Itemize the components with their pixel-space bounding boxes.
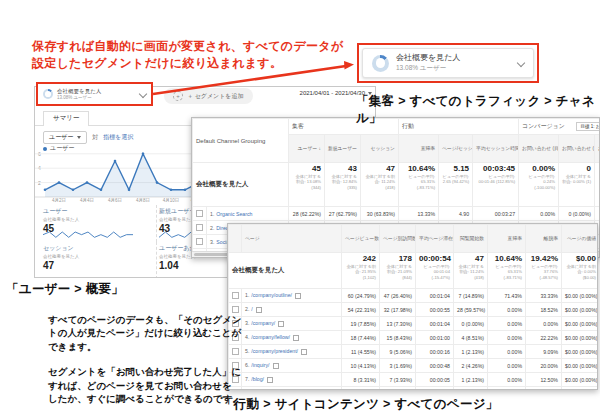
metric-cell: 00:00:48 <box>416 359 454 373</box>
summary-value-cell: 43全体に対する割合: 12.84% (335) <box>325 163 361 207</box>
column-header[interactable]: 離脱率 <box>526 225 562 253</box>
segment-chip-highlight[interactable]: 会社概要を見た人 13.08% ユーザー <box>36 82 153 106</box>
summary-segment-name: 会社概要を見た人 <box>193 163 289 207</box>
add-segment-button[interactable]: + ＋ セグメントを追加 <box>164 88 253 104</box>
date-range-selector[interactable]: 2021/04/01 - 2021/04/30 <box>252 90 372 96</box>
page-link[interactable]: /company/ <box>251 320 275 326</box>
metric-card: ユーザー会社概要を見た人45 <box>41 205 157 242</box>
metric-cell: $0.00 (0.00%) <box>562 387 599 391</box>
summary-value-cell: 242全体に対する割合: 21.95% (1,102) <box>342 253 380 289</box>
metric-cell: 00:03:27 <box>473 207 519 221</box>
column-header[interactable]: 新規ユーザー <box>325 135 361 163</box>
dimension-header[interactable]: ページ <box>242 225 342 253</box>
row-number: 1. <box>210 211 214 217</box>
note-paragraph-1: すべてのページのデータも、「そのセグメン トの人が見たページ」だけに絞り込むこと… <box>48 313 248 353</box>
summary-sub-value: 全体に対する割合: 0.00% (1) <box>562 174 591 185</box>
summary-sub-value: ビューの平均: 65.31% (-83.71%) <box>402 174 435 190</box>
column-header[interactable]: セッション <box>361 135 399 163</box>
metric-cell: 12.50% <box>526 373 562 387</box>
metric-cell: 0.00% <box>488 303 526 317</box>
metric-cell: 00:01:04 <box>416 317 454 331</box>
summary-sub-value: 全体に対する割合: 13.08% (344) <box>292 174 321 190</box>
segment-donut-icon <box>372 55 389 72</box>
metric-cell: 0 (0.00%) <box>559 207 595 221</box>
column-header[interactable]: ページの価値 <box>562 225 599 253</box>
metric-dropdown[interactable]: ユーザー <box>43 131 87 144</box>
metric-card-label[interactable]: セッション <box>43 244 150 253</box>
metric-cell: 9 (5.06%) <box>380 345 416 359</box>
select-metric-link[interactable]: 指標を選択 <box>103 133 133 142</box>
summary-sub-value: ビューの平均: 00:01:04 (-15.47%) <box>419 264 450 280</box>
segment-card[interactable]: 会社概要を見た人 13.08% ユーザー <box>362 48 534 78</box>
table-row: 1.Organic Search28 (62.22%)27 (62.79%)30… <box>193 207 600 221</box>
summary-sub-value: 全体に対する割合: 11.24% (418) <box>457 264 484 280</box>
metric-cell: 0 (0.00%) <box>454 317 488 331</box>
vs-label: 対 <box>92 133 98 142</box>
column-header[interactable]: ページビュー数 ↓ <box>342 225 380 253</box>
column-header[interactable]: 直帰率 <box>488 225 526 253</box>
row-checkbox[interactable] <box>196 238 203 245</box>
metric-cell: 47 (26.40%) <box>380 289 416 303</box>
column-header[interactable]: お問い合わせ (目標 1 のコンバージョン率) <box>519 135 559 163</box>
row-checkbox[interactable] <box>196 224 203 231</box>
table-row: 3./company/19 (7.85%)13 (7.30%)00:01:040… <box>229 317 599 331</box>
segment-card-highlight: 会社概要を見た人 13.08% ユーザー <box>357 43 539 83</box>
column-header[interactable]: ユーザー ↓ <box>289 135 325 163</box>
summary-sub-value: ビューの平均: 0.24% (-100.00%) <box>522 174 555 190</box>
metric-cell: 00:00:05 <box>416 373 454 387</box>
column-header[interactable]: お問い合わせ (目標 1 の値) <box>595 135 600 163</box>
summary-value-cell: 00:03:45ビューの平均: 00:01:46 (112.85%) <box>473 163 519 207</box>
page-link[interactable]: /blog/ <box>251 376 264 382</box>
external-link-icon[interactable] <box>301 349 307 355</box>
column-header[interactable]: ページ別訪問数 <box>380 225 416 253</box>
table-row: 8./service/7 (2.89%)6 (3.37%)00:00:140 (… <box>229 387 599 391</box>
external-link-icon[interactable] <box>278 321 284 327</box>
summary-value-cell: 0全体に対する割合: 0.00% (1) <box>559 163 595 207</box>
page-link[interactable]: /company/fellow/ <box>251 334 290 340</box>
column-header[interactable]: 平均セッション時間 <box>473 135 519 163</box>
summary-value-cell: 5.15ビューの平均: 2.65 (94.42%) <box>439 163 473 207</box>
column-header[interactable]: 直帰率 <box>399 135 439 163</box>
external-link-icon[interactable] <box>295 293 301 299</box>
column-header[interactable]: 平均ページ滞在時間 <box>416 225 454 253</box>
checkbox-column-header <box>229 225 242 253</box>
external-link-icon[interactable] <box>273 363 279 369</box>
column-header[interactable]: ページ/セッション <box>439 135 473 163</box>
row-checkbox[interactable] <box>232 306 239 313</box>
summary-sub-value: 全体に対する割合: 11.24% (418) <box>364 174 395 190</box>
external-link-icon[interactable] <box>267 377 273 383</box>
x-tick-label: 4月6日 <box>108 198 122 203</box>
row-number: 2. <box>210 225 214 231</box>
summary-main-value: 43 <box>328 164 357 174</box>
summary-value-cell: 47全体に対する割合: 11.24% (418) <box>361 163 399 207</box>
channel-link[interactable]: Organic Search <box>216 211 252 217</box>
segment-card-stat: 13.08% ユーザー <box>396 64 460 73</box>
metric-cell: $0.00 (0.00%) <box>562 317 599 331</box>
external-link-icon[interactable] <box>293 335 299 341</box>
metric-cell: 0 (0.00%) <box>454 387 488 391</box>
page-link[interactable]: / <box>251 306 252 312</box>
metric-cell: 20.00% <box>526 359 562 373</box>
row-checkbox[interactable] <box>196 210 203 217</box>
summary-main-value: 178 <box>383 254 412 264</box>
metric-cell: 28 (62.22%) <box>289 207 325 221</box>
tab-summary[interactable]: サマリー <box>43 111 89 126</box>
dimension-header[interactable]: Default Channel Grouping <box>193 119 289 163</box>
column-header[interactable]: 閲覧開始数 <box>454 225 488 253</box>
summary-sub-value: ビューの平均: 37.76% (-48.57%) <box>529 264 558 280</box>
metric-cell: 15 (8.43%) <box>380 331 416 345</box>
metric-cell: 0.00% <box>488 373 526 387</box>
metric-cell: 4.90 <box>439 207 473 221</box>
table-row: 2./54 (22.31%)32 (17.98%)00:00:5528 (59.… <box>229 303 599 317</box>
metric-card-label[interactable]: ユーザー <box>43 207 150 216</box>
page-link[interactable]: /inquiry/ <box>251 362 269 368</box>
external-link-icon[interactable] <box>256 307 262 313</box>
caption-user-overview: 「ユーザー > 概要」 <box>6 281 124 298</box>
row-checkbox[interactable] <box>232 292 239 299</box>
metric-cell: 7 (3.93%) <box>380 373 416 387</box>
column-header[interactable]: お問い合わせ (目標 1 の完了数) <box>559 135 595 163</box>
summary-value-cell: 178全体に対する割合: 21.09% (844) <box>380 253 416 289</box>
page-link[interactable]: /company/outline/ <box>251 292 292 298</box>
page-link[interactable]: /company/president/ <box>251 348 298 354</box>
metric-cell: 33.33% <box>526 289 562 303</box>
